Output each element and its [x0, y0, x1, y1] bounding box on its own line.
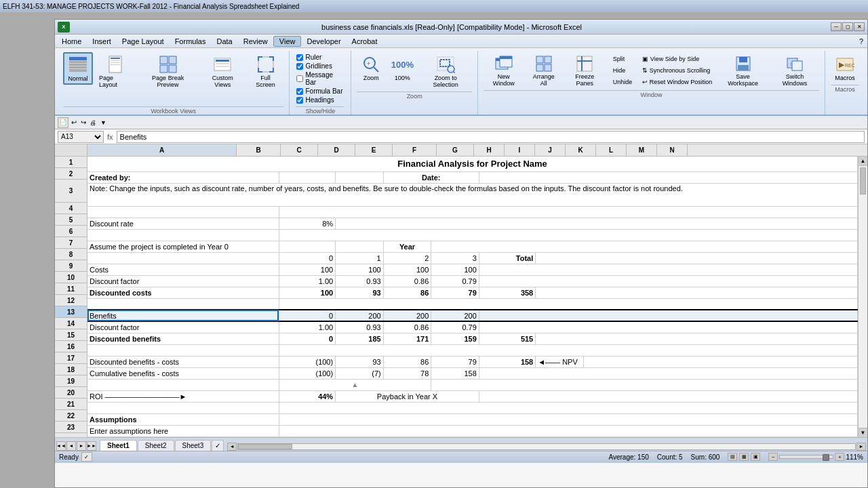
- unhide-btn[interactable]: Unhide: [608, 77, 637, 87]
- macros-btn[interactable]: ▶REC Macros: [831, 52, 859, 83]
- cell-r17-rest[interactable]: [583, 356, 857, 367]
- menu-data[interactable]: Data: [211, 37, 237, 46]
- cell-r17-D[interactable]: 86: [383, 356, 431, 367]
- row-header-10[interactable]: 10: [55, 272, 87, 283]
- cell-r11-C[interactable]: 93: [336, 287, 384, 298]
- vertical-scrollbar[interactable]: ▲ ▼: [858, 157, 867, 437]
- cell-r2-F[interactable]: [479, 171, 857, 183]
- zoom-slider[interactable]: [779, 455, 833, 459]
- row-header-13[interactable]: 13: [55, 306, 87, 318]
- cell-r23-A[interactable]: Enter assumptions here: [87, 425, 279, 436]
- col-header-N[interactable]: N: [657, 144, 688, 156]
- scroll-thumb[interactable]: [860, 167, 866, 195]
- sheet-nav-next[interactable]: ►: [77, 441, 86, 451]
- menu-insert[interactable]: Insert: [87, 37, 117, 46]
- row-header-2[interactable]: 2: [55, 168, 87, 180]
- row-header-18[interactable]: 18: [55, 364, 87, 375]
- cell-r15-F[interactable]: 515: [479, 333, 535, 344]
- cell-r13-A[interactable]: Benefits: [87, 310, 279, 321]
- col-header-F[interactable]: F: [393, 144, 437, 156]
- cell-r20-payback[interactable]: Payback in Year X: [336, 390, 479, 402]
- col-header-K[interactable]: K: [566, 144, 596, 156]
- scroll-right-btn[interactable]: ►: [856, 443, 866, 451]
- cell-r17-B[interactable]: (100): [279, 356, 335, 367]
- row-header-12[interactable]: 12: [55, 295, 87, 306]
- cell-r8-A[interactable]: [87, 252, 279, 264]
- dropdown-arrow[interactable]: ▼: [99, 119, 108, 127]
- file-icon[interactable]: 📄: [58, 117, 68, 128]
- normal-view-status-btn[interactable]: ▤: [728, 453, 737, 461]
- cell-r9-E[interactable]: 100: [431, 264, 479, 275]
- cell-r17-C[interactable]: 93: [336, 356, 384, 367]
- cell-r9-B[interactable]: 100: [279, 264, 335, 275]
- cell-r14-C[interactable]: 0.93: [336, 321, 384, 333]
- cell-r13-rest[interactable]: [479, 310, 857, 321]
- cell-r7-A[interactable]: Assume the project is completed in Year …: [87, 241, 279, 252]
- cell-r20-rest[interactable]: [479, 390, 857, 402]
- arrange-all-btn[interactable]: Arrange All: [526, 52, 561, 89]
- hide-btn[interactable]: Hide: [608, 65, 637, 76]
- print-btn[interactable]: 🖨: [89, 119, 98, 127]
- row-header-17[interactable]: 17: [55, 352, 87, 364]
- cell-r12-rest[interactable]: [279, 298, 857, 310]
- cell-r6-A[interactable]: [87, 229, 279, 241]
- cell-r15-rest[interactable]: [536, 333, 858, 344]
- page-layout-btn[interactable]: Page Layout: [96, 52, 136, 90]
- page-break-preview-btn[interactable]: Page Break Preview: [138, 52, 198, 90]
- normal-view-btn[interactable]: Normal: [63, 52, 93, 85]
- col-header-B[interactable]: B: [237, 144, 281, 156]
- cell-r19-rest[interactable]: [431, 379, 858, 390]
- restore-btn[interactable]: ◻: [842, 22, 853, 31]
- cell-r7-B[interactable]: [279, 241, 335, 252]
- cell-r23-rest[interactable]: [279, 425, 857, 436]
- menu-home[interactable]: Home: [56, 37, 87, 46]
- cell-r8-F[interactable]: Total: [479, 252, 535, 264]
- sync-scroll-btn[interactable]: ⇅ Synchronous Scrolling: [639, 65, 715, 76]
- col-header-H[interactable]: H: [474, 144, 505, 156]
- zoom-out-btn[interactable]: −: [768, 453, 778, 461]
- custom-views-btn[interactable]: Custom Views: [201, 52, 245, 90]
- row-header-11[interactable]: 11: [55, 283, 87, 295]
- cell-r8-B[interactable]: 0: [279, 252, 335, 264]
- cell-r4-rest[interactable]: [279, 206, 857, 218]
- sheet-tab-2[interactable]: Sheet2: [138, 440, 174, 451]
- cell-r9-rest[interactable]: [479, 264, 857, 275]
- switch-windows-btn[interactable]: ↕ Switch Windows: [770, 52, 819, 89]
- cell-r4-A[interactable]: [87, 206, 279, 218]
- row-header-15[interactable]: 15: [55, 329, 87, 341]
- cell-r11-B[interactable]: 100: [279, 287, 335, 298]
- gridlines-checkbox[interactable]: [296, 63, 303, 70]
- cell-r10-C[interactable]: 0.93: [336, 275, 384, 287]
- sheet-tab-1[interactable]: Sheet1: [100, 440, 137, 451]
- cell-r18-A[interactable]: Cumulative benefits - costs: [87, 367, 279, 379]
- cell-r13-E[interactable]: 200: [431, 310, 479, 321]
- cell-r10-A[interactable]: Discount factor: [87, 275, 279, 287]
- row-header-22[interactable]: 22: [55, 410, 87, 422]
- cell-r8-D[interactable]: 2: [383, 252, 431, 264]
- scroll-up-btn[interactable]: ▲: [859, 157, 867, 166]
- cell-r22-A[interactable]: Assumptions: [87, 413, 279, 425]
- menu-formulas[interactable]: Formulas: [170, 37, 212, 46]
- cell-r20-B[interactable]: 44%: [279, 390, 335, 402]
- help-btn[interactable]: ?: [856, 37, 866, 46]
- page-layout-status-btn[interactable]: ▦: [739, 453, 749, 461]
- cell-r14-E[interactable]: 0.79: [431, 321, 479, 333]
- cell-r14-D[interactable]: 0.86: [383, 321, 431, 333]
- cell-r14-A[interactable]: Discount factor: [87, 321, 279, 333]
- row-header-23[interactable]: 23: [55, 422, 87, 433]
- zoom-in-btn[interactable]: +: [835, 453, 844, 461]
- sheet-nav-last[interactable]: ►►: [87, 441, 96, 451]
- cell-r8-C[interactable]: 1: [336, 252, 384, 264]
- fx-icon[interactable]: fx: [106, 133, 115, 141]
- cell-r11-F[interactable]: 358: [479, 287, 535, 298]
- cell-r11-A[interactable]: Discounted costs: [87, 287, 279, 298]
- full-screen-btn[interactable]: Full Screen: [248, 52, 284, 90]
- cell-r1-title[interactable]: Financial Analysis for Project Name: [87, 157, 858, 171]
- cell-r7-D[interactable]: Year: [383, 241, 431, 252]
- row-header-8[interactable]: 8: [55, 249, 87, 260]
- cell-r13-C[interactable]: 200: [336, 310, 384, 321]
- formula-input[interactable]: [117, 131, 865, 143]
- cell-r18-D[interactable]: 78: [383, 367, 431, 379]
- cell-r9-D[interactable]: 100: [383, 264, 431, 275]
- insert-sheet-btn[interactable]: ✓: [212, 440, 224, 451]
